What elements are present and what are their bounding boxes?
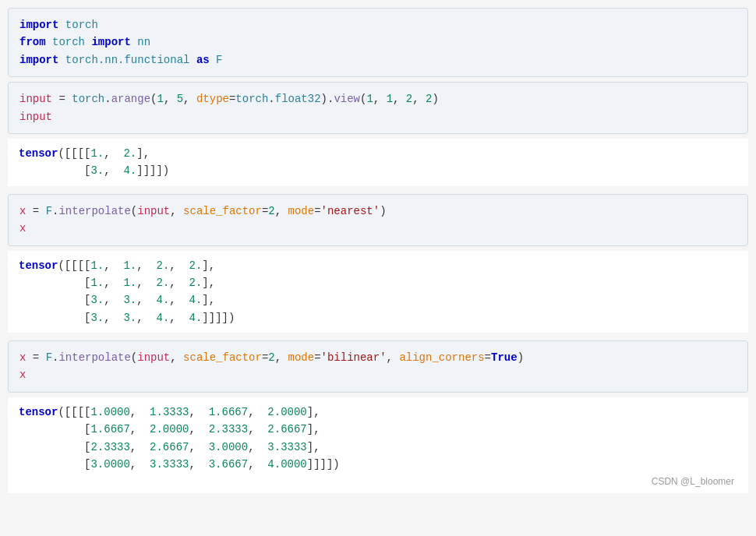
code-line: x = F.interpolate(input, scale_factor=2,…: [19, 349, 737, 366]
code-line: from torch import nn: [19, 34, 737, 51]
code-line: x: [19, 366, 737, 383]
output-block-1: tensor([[[[1., 2.], [3., 4.]]]]): [8, 139, 748, 186]
output-line: [2.3333, 2.6667, 3.0000, 3.3333],: [19, 439, 737, 456]
code-line: x: [19, 220, 737, 237]
output-line: [3., 4.]]]]): [19, 162, 737, 179]
output-line: [3., 3., 4., 4.]]]]): [19, 309, 737, 326]
code-block-1: import torch from torch import nn import…: [8, 8, 748, 77]
code-block-3: x = F.interpolate(input, scale_factor=2,…: [8, 194, 748, 246]
code-line: import torch: [19, 16, 737, 34]
output-line: tensor([[[[1.0000, 1.3333, 1.6667, 2.000…: [19, 404, 737, 421]
code-block-4: x = F.interpolate(input, scale_factor=2,…: [8, 340, 748, 393]
output-line: tensor([[[[1., 1., 2., 2.],: [19, 257, 737, 274]
output-line: [1.6667, 2.0000, 2.3333, 2.6667],: [19, 421, 737, 438]
code-line: input: [19, 108, 737, 125]
output-block-2: tensor([[[[1., 1., 2., 2.], [1., 1., 2.,…: [8, 251, 748, 333]
code-line: import torch.nn.functional as F: [19, 51, 737, 69]
code-block-2: input = torch.arange(1, 5, dtype=torch.f…: [8, 82, 748, 134]
watermark-text: CSDN @L_bloomer: [19, 476, 737, 487]
output-line: [1., 1., 2., 2.],: [19, 274, 737, 291]
output-block-3: tensor([[[[1.0000, 1.3333, 1.6667, 2.000…: [8, 397, 748, 494]
output-line: [3., 3., 4., 4.],: [19, 291, 737, 309]
output-line: tensor([[[[1., 2.],: [19, 145, 737, 162]
code-line: x = F.interpolate(input, scale_factor=2,…: [19, 203, 737, 220]
output-line: [3.0000, 3.3333, 3.6667, 4.0000]]]]): [19, 456, 737, 473]
code-line: input = torch.arange(1, 5, dtype=torch.f…: [19, 90, 737, 108]
